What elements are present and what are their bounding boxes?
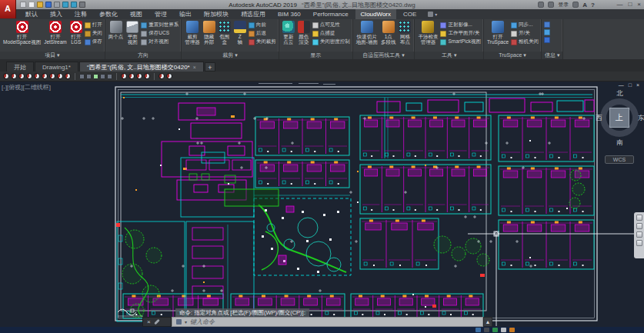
ribbon-button-z-axis[interactable]: Z 轴: [233, 21, 247, 45]
ribbon-small-button-back[interactable]: 后退: [249, 30, 276, 37]
ribbon-small-button-work-plane[interactable]: 工作平面开/关: [440, 30, 481, 37]
ribbon-tab-3[interactable]: 参数化: [94, 9, 123, 19]
ribbon-button-interference[interactable]: 干涉检查 管理器: [417, 21, 439, 45]
search-icon[interactable]: [538, 2, 544, 8]
file-tab-close-icon[interactable]: ×: [193, 62, 196, 72]
plot-icon[interactable]: [54, 2, 60, 8]
ribbon-button-red-target[interactable]: 打开 JetStream: [43, 21, 68, 45]
cloudworx-tool-icon-16[interactable]: [121, 73, 127, 79]
taskbar-app-icon-4[interactable]: [509, 328, 515, 332]
zoom-icon[interactable]: [636, 231, 642, 238]
cloudworx-tool-icon-18[interactable]: [136, 73, 142, 79]
viewcube-west-label[interactable]: 西: [596, 114, 602, 123]
ribbon-small-button-camera[interactable]: 相机关闭: [511, 38, 539, 45]
autodesk-a-icon[interactable]: A: [582, 2, 587, 8]
ribbon-tab-1[interactable]: 插入: [45, 9, 68, 19]
ribbon-panel-title[interactable]: 裁剪 ▾: [182, 52, 279, 59]
ribbon-extra-icon[interactable]: [428, 12, 433, 17]
viewcube[interactable]: 北 南 西 东 上 WCS: [597, 89, 643, 175]
ribbon-button-truspace[interactable]: 打开 TruSpace: [486, 21, 509, 45]
ribbon-small-button-visibility[interactable]: 点可见性: [312, 22, 350, 28]
open-folder-icon[interactable]: [37, 2, 43, 8]
new-drawing-tab-button[interactable]: +: [205, 62, 215, 72]
cloudworx-tool-icon-14[interactable]: [107, 74, 112, 79]
ribbon-small-button-save-disk[interactable]: 保存: [85, 38, 102, 45]
ribbon-small-button-clip-off[interactable]: 关闭裁剪: [249, 38, 276, 45]
cloudworx-tool-icon-2[interactable]: [18, 73, 25, 79]
close-button[interactable]: ×: [637, 0, 641, 9]
full-navigation-wheel-icon[interactable]: [636, 215, 642, 221]
ribbon-tab-5[interactable]: 管理: [149, 9, 172, 19]
cloudworx-tool-icon-11[interactable]: [86, 74, 92, 79]
ribbon-tab-8[interactable]: 精选应用: [235, 9, 271, 19]
cloudworx-tool-icon-13[interactable]: [100, 74, 105, 79]
command-history-expand-button[interactable]: ▲: [483, 317, 492, 327]
cloudworx-tool-icon-19[interactable]: [144, 73, 150, 79]
viewcube-south-label[interactable]: 南: [616, 138, 623, 148]
file-tab-1[interactable]: Drawing1*: [35, 62, 78, 72]
file-tab-0[interactable]: 开始: [6, 62, 34, 72]
cloudworx-tool-icon-8[interactable]: [65, 73, 71, 79]
ribbon-button-polyline[interactable]: 1点 多段线: [380, 21, 397, 45]
ribbon-small-button-info-b[interactable]: [544, 29, 550, 35]
command-close-icon[interactable]: ×: [147, 319, 151, 325]
ribbon-button-quick-slice[interactable]: 快速切片 地面-墙面: [355, 21, 379, 45]
cloudworx-tool-icon-10[interactable]: [79, 74, 85, 79]
ribbon-tab-overflow[interactable]: ▾: [423, 9, 442, 19]
ribbon-panel-title[interactable]: 方向: [105, 52, 182, 59]
taskbar-app-icon-2[interactable]: [492, 328, 498, 332]
ribbon-button-bounding-box[interactable]: 包围 盒: [218, 21, 232, 45]
taskbar-app-icon-1[interactable]: [484, 328, 489, 332]
viewcube-top-face[interactable]: 上: [609, 108, 629, 128]
ribbon-panel-title[interactable]: 显示: [279, 52, 352, 59]
cloudworx-tool-icon-12[interactable]: [93, 74, 98, 79]
ribbon-button-two-points[interactable]: 两个点: [108, 21, 125, 39]
cloudworx-tool-icon-4[interactable]: [34, 73, 40, 79]
orbit-icon[interactable]: [636, 240, 642, 246]
signin-label[interactable]: 登录: [558, 1, 569, 8]
menu-grid-icon[interactable]: [20, 2, 26, 8]
ribbon-small-button-sync[interactable]: 同步...: [511, 22, 539, 28]
cloudworx-tool-icon-7[interactable]: [57, 73, 63, 79]
ribbon-panel-title[interactable]: TruSpace ▾: [484, 52, 541, 59]
recent-commands-dropdown-icon[interactable]: ▾: [185, 319, 187, 325]
recent-commands-icon[interactable]: [176, 319, 182, 325]
drawing-canvas[interactable]: [-][俯视][二维线框] — □ × 北 南 西 东 上 WCS 命令: 指定…: [0, 82, 644, 327]
dropdown-arrow-icon[interactable]: [79, 2, 85, 8]
ribbon-small-button-folder-close[interactable]: 关闭: [85, 30, 102, 37]
new-file-icon[interactable]: [28, 2, 35, 8]
viewcube-east-label[interactable]: 东: [638, 114, 644, 123]
ribbon-tab-2[interactable]: 注释: [69, 9, 92, 19]
taskbar-app-icon-3[interactable]: [501, 328, 506, 332]
doc-restore-icon[interactable]: □: [629, 82, 632, 88]
cart-icon[interactable]: [572, 2, 579, 8]
ribbon-small-button-align[interactable]: 对齐视图: [141, 38, 179, 45]
cloudworx-tool-icon-6[interactable]: [49, 73, 55, 79]
user-icon[interactable]: [548, 2, 554, 8]
redo-icon[interactable]: [71, 2, 77, 8]
ribbon-small-button-ortho-image[interactable]: 正射影像...: [440, 22, 481, 28]
ribbon-button-plane-view[interactable]: 平面 视图: [125, 21, 139, 45]
ribbon-tab-4[interactable]: 视图: [125, 9, 148, 19]
taskbar-app-icon-0[interactable]: [475, 328, 481, 332]
cloudworx-tool-icon-22[interactable]: [166, 73, 172, 79]
cloudworx-tool-icon-5[interactable]: [42, 73, 48, 79]
ribbon-button-grid-points[interactable]: 网格 布点: [398, 21, 412, 45]
autocad-app-button[interactable]: A: [0, 0, 16, 18]
ribbon-panel-title[interactable]: 项目 ▾: [0, 52, 105, 59]
cloudworx-tool-icon-0[interactable]: [3, 73, 9, 79]
maximize-button[interactable]: □: [628, 0, 632, 9]
ribbon-small-button-onoff[interactable]: 开/关: [511, 30, 539, 37]
ribbon-button-color-render[interactable]: 颜色 渲染: [297, 21, 311, 45]
ribbon-small-button-info-c[interactable]: [544, 37, 550, 43]
doc-close-icon[interactable]: ×: [636, 82, 639, 88]
ribbon-tab-10[interactable]: Performance: [308, 9, 354, 19]
ribbon-small-button-forward[interactable]: 向前: [249, 22, 276, 28]
ribbon-tab-7[interactable]: 附加模块: [199, 9, 234, 19]
undo-icon[interactable]: [62, 2, 68, 8]
save-icon[interactable]: [45, 2, 52, 8]
ribbon-button-clip-manager[interactable]: 裁剪 管理器: [184, 21, 201, 45]
minimize-button[interactable]: —: [616, 0, 622, 9]
ribbon-tab-0[interactable]: 默认: [20, 9, 43, 19]
doc-minimize-icon[interactable]: —: [619, 82, 624, 88]
